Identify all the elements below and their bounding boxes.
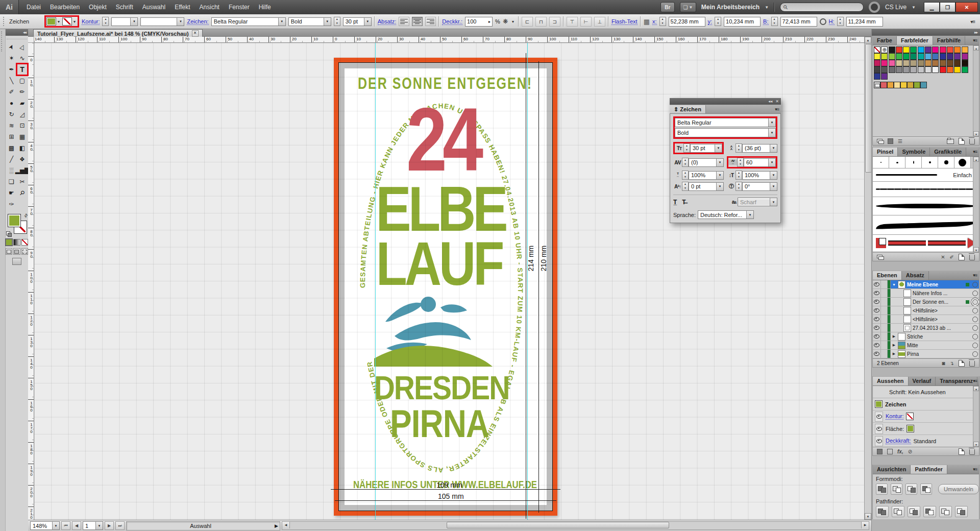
panel-menu-icon[interactable]: ▾≡ — [970, 19, 977, 25]
swatch[interactable] — [954, 46, 961, 53]
swatch[interactable] — [925, 53, 932, 60]
chevron-down-icon[interactable]: ▼ — [912, 5, 916, 10]
distribute-top-button[interactable]: ⊤ — [567, 17, 578, 27]
make-clipping-mask-icon[interactable]: ◙ — [942, 360, 945, 366]
swatch[interactable] — [874, 46, 880, 53]
gradient-button[interactable] — [13, 239, 20, 246]
character-panel-link[interactable]: Zeichen: — [187, 18, 208, 25]
brush-item-taper[interactable] — [873, 197, 979, 215]
delete-swatch-icon[interactable] — [969, 139, 975, 144]
swatch[interactable] — [896, 66, 902, 73]
font-size-dropdown[interactable]: 30 pt▼ — [343, 17, 372, 26]
layer-row[interactable]: Nähere Infos ... — [873, 289, 979, 298]
minus-back-button[interactable] — [955, 506, 968, 517]
swatch[interactable] — [954, 60, 961, 66]
draw-normal-button[interactable] — [6, 248, 12, 255]
brush-item-charcoal[interactable] — [873, 182, 979, 197]
panel-menu-icon[interactable]: ▾≡ — [973, 378, 977, 383]
hscale-dropdown[interactable]: 100%▼ — [689, 171, 724, 180]
guide-vertical[interactable] — [527, 43, 528, 520]
target-icon[interactable] — [972, 282, 978, 287]
mesh-tool[interactable]: ▩ — [6, 142, 17, 154]
swatch[interactable] — [962, 60, 968, 66]
popup-arrow-icon[interactable]: ▸ — [488, 19, 491, 24]
swatch[interactable] — [918, 46, 924, 53]
brush-item[interactable] — [873, 157, 889, 168]
swatch[interactable] — [903, 60, 910, 66]
swatch[interactable] — [918, 66, 924, 73]
target-icon[interactable] — [972, 343, 978, 348]
swatch[interactable] — [914, 82, 920, 88]
new-layer-icon[interactable] — [959, 360, 965, 367]
expander-icon[interactable]: ▶ — [892, 343, 896, 347]
hand-tool[interactable]: ☛ — [6, 187, 17, 199]
vscale-dropdown[interactable]: 100%▼ — [742, 171, 777, 180]
visibility-toggle[interactable] — [875, 424, 883, 434]
delete-brush-icon[interactable] — [969, 255, 975, 260]
swatch[interactable] — [947, 46, 953, 53]
duplicate-item-icon[interactable] — [959, 448, 965, 455]
rotate-tool[interactable]: ↻ — [6, 109, 17, 120]
scroll-up-icon[interactable]: ▲ — [865, 37, 871, 43]
layer-row[interactable]: ▶Pirna — [873, 350, 979, 358]
visibility-toggle[interactable] — [873, 332, 881, 341]
font-size-stepper[interactable]: ▲▼ — [683, 143, 690, 153]
swatch[interactable] — [894, 82, 900, 88]
lock-toggle[interactable] — [881, 289, 888, 297]
hscale-stepper[interactable]: ▲▼ — [682, 171, 689, 180]
target-icon[interactable] — [972, 291, 978, 296]
font-family-dropdown[interactable]: Belta Regular▼ — [211, 17, 286, 26]
brush-item-swash[interactable] — [873, 215, 979, 235]
panel-menu-icon[interactable]: ▾≡ — [775, 107, 779, 112]
layer-main[interactable]: 27.04.2013 ab ... — [891, 324, 979, 332]
swatch[interactable] — [896, 46, 902, 53]
expander-icon[interactable]: ▶ — [892, 334, 896, 339]
fill-color-button[interactable]: ▼ — [46, 17, 61, 26]
gradient-tool[interactable]: ◧ — [17, 142, 28, 154]
perspective-grid-tool[interactable]: ▦ — [17, 131, 28, 142]
tracking-dropdown[interactable]: 60▼ — [744, 158, 776, 167]
swatch[interactable] — [925, 60, 932, 66]
outline-button[interactable] — [939, 506, 952, 517]
close-icon[interactable]: ✕ — [775, 99, 779, 104]
swatch[interactable] — [903, 46, 910, 53]
pen-tool[interactable]: ✒ — [6, 64, 17, 75]
align-left-button[interactable] — [399, 17, 409, 26]
opacity-link[interactable]: Deckkr.: — [442, 18, 462, 25]
rotation-dropdown[interactable]: 0°▼ — [742, 182, 777, 191]
kerning-dropdown[interactable]: (0)▼ — [689, 158, 724, 167]
style-icon[interactable]: ❋ — [503, 18, 508, 25]
swatch[interactable] — [962, 46, 968, 53]
new-color-group-icon[interactable] — [947, 139, 954, 144]
new-sublayer-icon[interactable]: ↴ — [950, 360, 954, 366]
fill-stroke-control[interactable]: ⇄ — [6, 213, 28, 236]
strikethrough-button[interactable]: T̶ — [682, 199, 685, 206]
lock-toggle[interactable] — [881, 280, 888, 288]
cslive-menu[interactable]: CS Live — [885, 4, 906, 11]
swatch[interactable] — [881, 53, 888, 60]
chevron-down-icon[interactable]: ▼ — [510, 20, 516, 23]
page-number-dropdown[interactable]: 1▼ — [83, 521, 103, 530]
align-right-button[interactable] — [425, 17, 436, 26]
menu-schrift[interactable]: Schrift — [111, 0, 138, 14]
swatch[interactable] — [947, 66, 953, 73]
swatch[interactable] — [940, 60, 946, 66]
live-paint-bucket-tool[interactable]: ✑ — [6, 199, 17, 210]
panel-menu-icon[interactable]: ▾≡ — [973, 38, 977, 43]
target-icon[interactable] — [972, 351, 978, 357]
menu-datei[interactable]: Datei — [22, 0, 45, 14]
document-tab[interactable]: Tutorial_Flyer_Laufszene.ai* bei 148 % (… — [33, 29, 203, 37]
brush-item-einfach[interactable]: Einfach — [873, 168, 979, 182]
new-stroke-icon[interactable] — [877, 449, 883, 454]
minus-front-button[interactable] — [891, 484, 902, 495]
x-input[interactable]: 52,238 mm — [669, 17, 705, 27]
swatch[interactable] — [918, 53, 924, 60]
scroll-down-icon[interactable]: ▼ — [973, 247, 979, 252]
flash-text-link[interactable]: Flash-Text — [611, 18, 638, 25]
y-label[interactable]: y: — [708, 18, 713, 25]
scale-tool[interactable]: ◿ — [17, 109, 28, 120]
exclude-button[interactable] — [920, 484, 932, 495]
color-group-folder-icon[interactable] — [874, 82, 880, 88]
horizontal-scrollbar[interactable]: ◀ ▶ — [282, 521, 869, 530]
tab-verlauf[interactable]: Verlauf — [909, 377, 936, 385]
